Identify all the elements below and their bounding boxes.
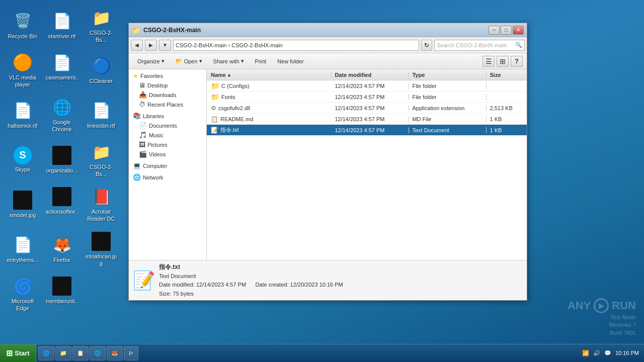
- desktop-icon-organization[interactable]: organizatio...: [43, 138, 80, 181]
- window-title: CSGO-2-BsHX-main: [143, 27, 489, 34]
- status-details: Date modified: 12/14/2023 4:57 PM Date c…: [159, 281, 343, 290]
- desktop-icon-msedge[interactable]: 🌀 Microsoft Edge: [4, 273, 41, 315]
- actionsoffee-icon: [52, 187, 72, 207]
- linesisbn-icon: 📄: [91, 101, 111, 121]
- recent-places-icon: ⏱: [139, 101, 145, 108]
- desktop-icon-csgo2bs2[interactable]: 📁 CSGO-2-Bs...: [83, 138, 120, 181]
- startriver-icon: 📄: [52, 11, 72, 31]
- csgo2bs-label: CSGO-2-Bs...: [85, 30, 118, 43]
- desktop-icon-firefox[interactable]: 🦊 Firefox: [43, 228, 80, 270]
- file-row[interactable]: 📁 Fonts 12/14/2023 4:57 PM File folder: [207, 92, 527, 103]
- new-folder-button[interactable]: New folder: [273, 55, 308, 67]
- organization-icon: [52, 145, 72, 165]
- navigation-pane: ★ Favorites 🖥 Desktop 📥 Downloads ⏱ Rece…: [129, 69, 207, 260]
- windows-logo-icon: ⊞: [6, 348, 13, 358]
- forward-button[interactable]: ▶: [145, 40, 157, 51]
- tray-network-icon: 📶: [582, 350, 589, 356]
- nav-item-music[interactable]: 🎵 Music: [129, 130, 206, 140]
- taskbar-item-chrome[interactable]: 🌐: [90, 346, 106, 360]
- recycle-bin-label: Recycle Bin: [8, 33, 37, 40]
- firefox-label: Firefox: [53, 257, 70, 263]
- status-info: 指令.txt Text Document Date modified: 12/1…: [159, 262, 343, 299]
- desktop-icon-ccleaner[interactable]: 🔵 CCleaner: [83, 49, 120, 92]
- organize-button[interactable]: Organize ▾: [133, 55, 169, 67]
- nav-item-desktop[interactable]: 🖥 Desktop: [129, 80, 206, 90]
- nav-item-pictures[interactable]: 🖼 Pictures: [129, 140, 206, 149]
- taskbar-item-explorer[interactable]: 📁: [55, 346, 71, 360]
- file-date: 12/14/2023 4:57 PM: [332, 83, 409, 89]
- file-size: 1 KB: [487, 116, 527, 122]
- xmodel-icon: [13, 190, 33, 210]
- search-box[interactable]: Search CSGO-2-BsHX-main 🔍: [434, 40, 525, 51]
- casesamerican-label: casesameric...: [45, 74, 78, 87]
- desktop-icon-xmodel[interactable]: xmodel.jpg: [4, 183, 41, 226]
- desktop-icon-csgo2bs[interactable]: 📁 CSGO-2-Bs...: [83, 4, 120, 47]
- file-row[interactable]: 📁 C (Configs) 12/14/2023 4:57 PM File fo…: [207, 80, 527, 92]
- desktop-icon-entrythems[interactable]: 📄 entrythems...: [4, 228, 41, 270]
- refresh-button[interactable]: ↻: [421, 40, 432, 51]
- taskbar-item-firefox[interactable]: 🦊: [107, 346, 123, 360]
- file-row[interactable]: ⚙ csgofullv2.dll 12/14/2023 4:57 PM Appl…: [207, 103, 527, 114]
- file-row-selected[interactable]: 📝 指令.txt 12/14/2023 4:57 PM Text Documen…: [207, 125, 527, 136]
- view-icon-button[interactable]: ⊞: [497, 56, 509, 67]
- minimize-button[interactable]: ─: [489, 26, 500, 35]
- desktop-icon-memberunli[interactable]: memberunli...: [43, 273, 80, 315]
- ccleaner-label: CCleaner: [90, 78, 113, 84]
- nav-item-recent-places[interactable]: ⏱ Recent Places: [129, 100, 206, 109]
- col-header-name[interactable]: Name ▲: [207, 72, 332, 78]
- address-box[interactable]: CSGO-2-BsHX-main › CSGO-2-BsHX-main: [173, 40, 419, 51]
- documents-icon: 📄: [139, 122, 147, 129]
- desktop-icon-hallsenior[interactable]: 📄 hallsenior.rtf: [4, 94, 41, 136]
- libraries-header[interactable]: 📚 Libraries: [129, 111, 206, 121]
- file-row[interactable]: 📋 README.md 12/14/2023 4:57 PM MD File 1…: [207, 114, 527, 125]
- taskbar: ⊞ Start 🌐 📁 📋 🌐 🦊 🏳 📶: [0, 344, 644, 362]
- desktop-icon-actionsoffee[interactable]: actionsoffee...: [43, 183, 80, 226]
- print-button[interactable]: Print: [251, 55, 271, 67]
- taskbar-item-edge[interactable]: 🏳: [124, 346, 138, 360]
- desktop-icon-casesamerican[interactable]: 📄 casesameric...: [43, 49, 80, 92]
- chrome-label: Google Chrome: [45, 119, 78, 132]
- maximize-button[interactable]: □: [501, 26, 512, 35]
- up-button[interactable]: ▼: [159, 40, 171, 51]
- share-with-button[interactable]: Share with ▾: [209, 55, 249, 67]
- taskbar-items: 🌐 📁 📋 🌐 🦊 🏳: [36, 346, 577, 360]
- address-path: CSGO-2-BsHX-main › CSGO-2-BsHX-main: [176, 42, 283, 48]
- acrobat-icon: 📕: [91, 187, 111, 207]
- desktop-icon-vlc[interactable]: 🟠 VLC media player: [4, 49, 41, 92]
- nav-item-documents[interactable]: 📄 Documents: [129, 121, 206, 130]
- col-header-date[interactable]: Date modified: [332, 72, 409, 78]
- desktop-icon-intoafrican[interactable]: intoafrican.jpg: [83, 228, 120, 270]
- status-file-icon: 📝: [134, 268, 154, 293]
- taskbar-item-media[interactable]: 📋: [72, 346, 89, 360]
- nav-item-network[interactable]: 🌐 Network: [129, 172, 206, 182]
- open-button[interactable]: 📂 Open ▾: [171, 55, 207, 67]
- help-button[interactable]: ?: [511, 56, 523, 67]
- nav-item-videos[interactable]: 🎬 Videos: [129, 149, 206, 159]
- chrome-taskbar-icon: 🌐: [94, 350, 101, 356]
- search-icon: 🔍: [515, 42, 522, 48]
- view-details-button[interactable]: ☰: [482, 56, 495, 67]
- clock[interactable]: 10:16 PM: [615, 349, 639, 356]
- toolbar: Organize ▾ 📂 Open ▾ Share with ▾ Print N…: [129, 53, 527, 69]
- taskbar-item-ie[interactable]: 🌐: [38, 346, 54, 360]
- favorites-header: ★ Favorites: [129, 71, 206, 80]
- desktop-icon-startriver[interactable]: 📄 startriver.rtf: [43, 4, 80, 47]
- recycle-bin-icon: 🗑️: [13, 11, 33, 31]
- desktop-icon-linesisbn[interactable]: 📄 linesisbn.rtf: [83, 94, 120, 136]
- entrythems-label: entrythems...: [7, 257, 39, 263]
- col-header-type[interactable]: Type: [409, 72, 487, 78]
- xmodel-label: xmodel.jpg: [9, 212, 36, 219]
- start-button[interactable]: ⊞ Start: [0, 344, 36, 363]
- firefox-taskbar-icon: 🦊: [111, 350, 118, 356]
- desktop-icon-skype[interactable]: S Skype: [4, 138, 41, 181]
- date-modified-value: 12/14/2023 4:57 PM: [196, 282, 246, 288]
- nav-item-downloads[interactable]: 📥 Downloads: [129, 90, 206, 100]
- col-header-size[interactable]: Size: [487, 72, 527, 78]
- desktop-icon-chrome[interactable]: 🌐 Google Chrome: [43, 94, 80, 136]
- desktop-icon-recycle-bin[interactable]: 🗑️ Recycle Bin: [4, 4, 41, 47]
- file-size: 1 KB: [487, 127, 527, 133]
- back-button[interactable]: ◀: [131, 40, 143, 51]
- nav-item-computer[interactable]: 💻 Computer: [129, 161, 206, 170]
- desktop-icon-acrobat[interactable]: 📕 Acrobat Reader DC: [83, 183, 120, 226]
- close-button[interactable]: ✕: [513, 26, 524, 35]
